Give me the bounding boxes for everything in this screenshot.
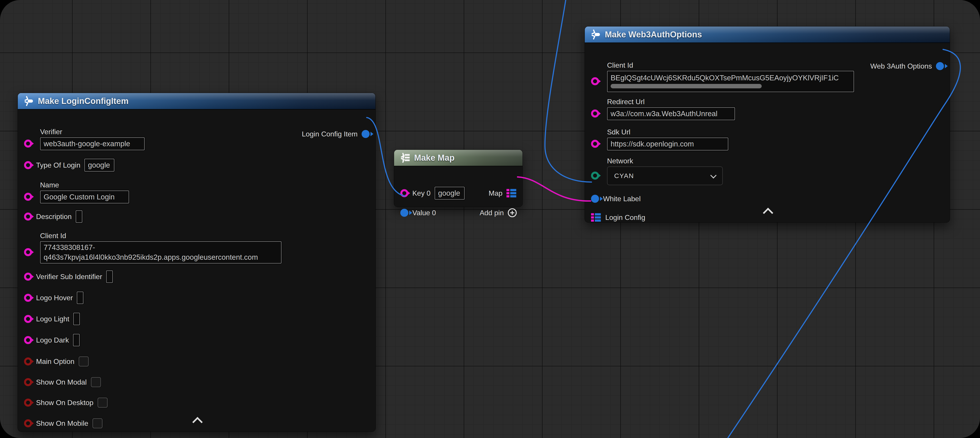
show-on-desktop-checkbox[interactable] bbox=[97, 398, 108, 408]
client-id-input-scrollbar[interactable] bbox=[611, 84, 762, 88]
redirect-url-label: Redirect Url bbox=[607, 98, 944, 106]
client-id-input[interactable]: BEglQSgt4cUWcj6SKRdu5QkOXTsePmMcusG5EAoy… bbox=[607, 71, 854, 92]
map-pin-key-swatch bbox=[506, 192, 509, 194]
sdk-url-input-text: https://sdk.openlogin.com bbox=[611, 140, 725, 148]
verifier-pin[interactable] bbox=[24, 140, 32, 148]
pin-row-network: NetworkCYAN bbox=[591, 157, 944, 185]
client-id-pin[interactable] bbox=[591, 77, 599, 85]
make-map-title: Make Map bbox=[414, 153, 455, 163]
output-row-add-pin: Add pin bbox=[400, 206, 517, 219]
redirect-url-input-text: w3a://com.w3a.Web3AuthUnreal bbox=[611, 110, 732, 118]
sdk-url-input[interactable]: https://sdk.openlogin.com bbox=[607, 137, 728, 150]
type-of-login-pin[interactable] bbox=[24, 161, 32, 169]
map-pin-value-swatch bbox=[510, 192, 516, 194]
show-on-mobile-checkbox[interactable] bbox=[92, 418, 103, 428]
verifier-sub-identifier-pin[interactable] bbox=[24, 272, 32, 281]
grid-row bbox=[402, 159, 410, 161]
map-pin-value-swatch bbox=[595, 213, 601, 215]
node-make-loginconfigitem: Make LoginConfigItemVerifierweb3auth-goo… bbox=[18, 93, 375, 432]
logo-light-input[interactable] bbox=[73, 313, 80, 325]
pin-row-logo-light: Logo Light bbox=[24, 312, 370, 325]
logo-dark-label: Logo Dark bbox=[36, 336, 69, 344]
white-label-pin[interactable] bbox=[591, 195, 599, 203]
main-option-label: Main Option bbox=[36, 357, 75, 366]
redirect-url-input[interactable]: w3a://com.w3a.Web3AuthUnreal bbox=[607, 107, 735, 120]
output-row-web-3auth-options: Web 3Auth Options bbox=[591, 60, 944, 73]
login-config-label: Login Config bbox=[605, 213, 645, 222]
blueprint-graph-canvas[interactable]: Make LoginConfigItemVerifierweb3auth-goo… bbox=[0, 0, 980, 438]
node-make-web3authoptions: Make Web3AuthOptionsClient IdBEglQSgt4cU… bbox=[585, 26, 950, 223]
description-input[interactable] bbox=[76, 210, 82, 223]
map-pin-row bbox=[506, 192, 517, 194]
client-id-input-line: q463s7kpvja16l4l0kko3nb925ikds2p.apps.go… bbox=[44, 252, 278, 262]
web-3auth-options-pin[interactable] bbox=[936, 62, 944, 70]
pin-row-client-id: Client Id774338308167-q463s7kpvja16l4l0k… bbox=[24, 232, 370, 263]
show-on-modal-checkbox[interactable] bbox=[91, 377, 101, 387]
description-pin[interactable] bbox=[24, 213, 32, 221]
sdk-url-pin[interactable] bbox=[591, 140, 599, 148]
pin-row-white-label: White Label bbox=[591, 192, 944, 205]
pill-glyph bbox=[595, 33, 600, 36]
client-id-label: Client Id bbox=[40, 232, 370, 240]
map-pin-value-swatch bbox=[595, 220, 601, 222]
map-pin-key-swatch bbox=[591, 216, 594, 218]
network-dropdown[interactable]: CYAN bbox=[607, 166, 723, 185]
logo-light-label: Logo Light bbox=[36, 315, 69, 323]
logo-hover-input[interactable] bbox=[77, 291, 83, 304]
map-pin-key-swatch bbox=[506, 195, 509, 197]
name-pin[interactable] bbox=[24, 193, 32, 201]
name-label: Name bbox=[40, 181, 370, 189]
verifier-sub-identifier-input[interactable] bbox=[106, 271, 113, 283]
map-pin[interactable] bbox=[506, 189, 517, 197]
show-on-mobile-pin[interactable] bbox=[24, 419, 32, 427]
main-option-checkbox[interactable] bbox=[78, 356, 89, 366]
map-pin-row bbox=[591, 213, 601, 215]
map-pin-row bbox=[591, 220, 601, 222]
map-pin-key-swatch bbox=[591, 220, 594, 222]
logo-hover-pin[interactable] bbox=[24, 294, 32, 302]
redirect-url-pin[interactable] bbox=[591, 110, 599, 118]
make-web3authoptions-header[interactable]: Make Web3AuthOptions bbox=[585, 27, 950, 43]
make-map-header[interactable]: Make Map bbox=[394, 150, 522, 166]
description-label: Description bbox=[36, 213, 72, 221]
client-id-pin[interactable] bbox=[24, 248, 32, 256]
chevron-down-icon bbox=[710, 172, 716, 178]
web-3auth-options-label: Web 3Auth Options bbox=[870, 62, 932, 70]
map-pin-value-swatch bbox=[510, 195, 516, 197]
network-selected-value: CYAN bbox=[614, 172, 634, 180]
logo-dark-input[interactable] bbox=[73, 334, 80, 346]
show-on-modal-label: Show On Modal bbox=[36, 378, 87, 386]
show-on-mobile-label: Show On Mobile bbox=[36, 419, 88, 428]
node-make-map: Make MapKey 0googleValue 0MapAdd pin bbox=[394, 150, 523, 207]
show-on-desktop-pin[interactable] bbox=[24, 398, 32, 407]
logo-light-pin[interactable] bbox=[24, 315, 32, 323]
pin-row-logo-hover: Logo Hover bbox=[24, 291, 370, 304]
pin-row-sdk-url: Sdk Urlhttps://sdk.openlogin.com bbox=[591, 128, 944, 150]
map-label: Map bbox=[488, 189, 503, 197]
login-config-pin[interactable] bbox=[591, 213, 601, 222]
network-pin[interactable] bbox=[591, 172, 599, 180]
make-loginconfigitem-header[interactable]: Make LoginConfigItem bbox=[18, 93, 375, 110]
map-pin-row bbox=[506, 189, 517, 191]
main-option-pin[interactable] bbox=[24, 357, 32, 365]
show-on-modal-pin[interactable] bbox=[24, 378, 32, 386]
pin-row-description: Description bbox=[24, 210, 370, 223]
output-row-login-config-item: Login Config Item bbox=[24, 127, 370, 140]
white-label-label: White Label bbox=[603, 195, 641, 203]
grid-row bbox=[402, 154, 410, 156]
type-of-login-input[interactable]: google bbox=[84, 159, 115, 172]
network-label: Network bbox=[607, 157, 944, 165]
logo-dark-pin[interactable] bbox=[24, 336, 32, 344]
login-config-item-pin[interactable] bbox=[361, 130, 370, 138]
name-input[interactable]: Google Custom Login bbox=[40, 191, 129, 204]
map-pin-value-swatch bbox=[595, 216, 601, 218]
client-id-input-line: 774338308167- bbox=[44, 242, 278, 252]
login-config-item-label: Login Config Item bbox=[302, 130, 358, 138]
client-id-input[interactable]: 774338308167-q463s7kpvja16l4l0kko3nb925i… bbox=[40, 241, 282, 263]
add-pin-icon[interactable] bbox=[508, 208, 517, 217]
pin-row-main-option: Main Option bbox=[24, 355, 370, 368]
type-of-login-input-text: google bbox=[88, 161, 111, 169]
name-input-text: Google Custom Login bbox=[44, 193, 126, 201]
add-pin-label: Add pin bbox=[480, 209, 504, 217]
verifier-sub-identifier-label: Verifier Sub Identifier bbox=[36, 272, 102, 281]
